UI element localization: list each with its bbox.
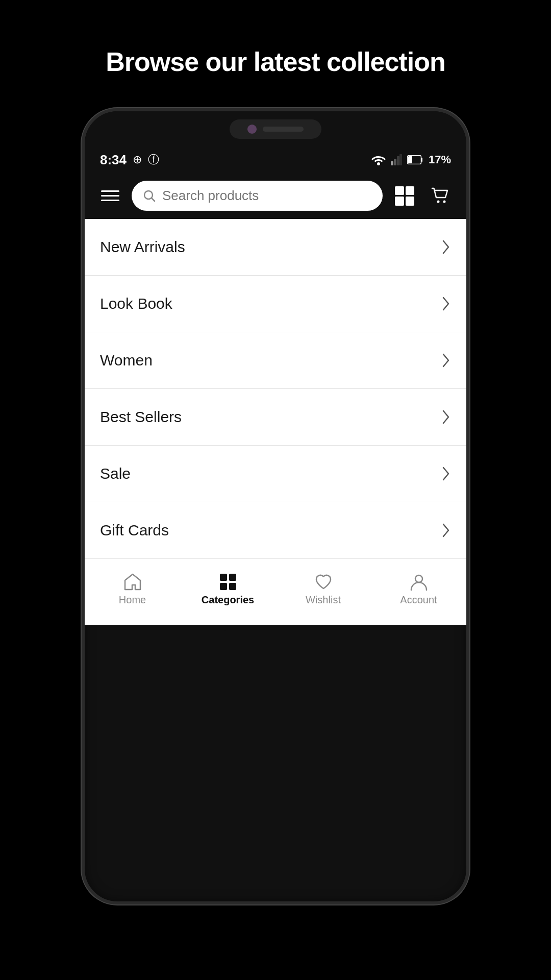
- wifi-icon: [371, 154, 386, 165]
- svg-rect-9: [220, 574, 227, 581]
- svg-rect-2: [397, 156, 399, 165]
- category-label-4: Best Sellers: [100, 408, 182, 426]
- content-area: New Arrivals Look Book Women Best Sell: [85, 219, 466, 558]
- app-header: [85, 173, 466, 219]
- phone-frame: 8:34 ⊕ ⓕ: [82, 108, 469, 904]
- wishlist-icon: [314, 573, 333, 591]
- svg-rect-0: [391, 161, 393, 165]
- category-item-4[interactable]: Best Sellers: [85, 389, 466, 446]
- phone-top-bar: [85, 111, 466, 147]
- nav-label-wishlist: Wishlist: [306, 594, 341, 606]
- search-bar[interactable]: [132, 181, 383, 211]
- category-label-6: Gift Cards: [100, 522, 169, 539]
- cart-button[interactable]: [427, 182, 454, 210]
- category-item-6[interactable]: Gift Cards: [85, 502, 466, 558]
- chevron-right-icon-5: [441, 465, 451, 482]
- menu-button[interactable]: [97, 186, 123, 205]
- bottom-nav: Home Categories Wishlist: [85, 558, 466, 625]
- category-label-3: Women: [100, 352, 153, 369]
- category-item-5[interactable]: Sale: [85, 446, 466, 502]
- svg-rect-12: [229, 583, 236, 590]
- category-label-5: Sale: [100, 465, 131, 482]
- category-item-3[interactable]: Women: [85, 332, 466, 389]
- category-list: New Arrivals Look Book Women Best Sell: [85, 219, 466, 558]
- app-icon-2: ⓕ: [148, 152, 159, 167]
- search-input[interactable]: [162, 188, 371, 204]
- category-item-2[interactable]: Look Book: [85, 276, 466, 332]
- page-title: Browse our latest collection: [106, 46, 445, 78]
- category-item-1[interactable]: New Arrivals: [85, 219, 466, 276]
- battery-percentage: 17%: [429, 153, 451, 166]
- home-icon: [123, 573, 142, 591]
- chevron-right-icon-4: [441, 409, 451, 425]
- chevron-right-icon-2: [441, 296, 451, 312]
- home-indicator: [224, 628, 327, 631]
- nav-item-wishlist[interactable]: Wishlist: [276, 573, 371, 606]
- nav-item-home[interactable]: Home: [85, 573, 180, 606]
- chevron-right-icon-3: [441, 352, 451, 369]
- categories-icon: [219, 573, 237, 591]
- search-icon: [143, 189, 156, 203]
- signal-icon: [391, 154, 402, 165]
- svg-rect-3: [399, 154, 402, 165]
- category-label-2: Look Book: [100, 295, 172, 312]
- chevron-right-icon-6: [441, 522, 451, 538]
- svg-point-13: [415, 575, 422, 582]
- nav-label-account: Account: [400, 594, 437, 606]
- chevron-right-icon-1: [441, 239, 451, 255]
- nav-item-account[interactable]: Account: [371, 573, 466, 606]
- svg-point-7: [437, 200, 440, 203]
- battery-icon: [407, 155, 423, 164]
- qr-scan-button[interactable]: [391, 182, 418, 210]
- account-icon: [410, 573, 428, 591]
- app-icon-1: ⊕: [133, 153, 142, 166]
- svg-rect-10: [229, 574, 236, 581]
- status-bar: 8:34 ⊕ ⓕ: [85, 147, 466, 173]
- category-label-1: New Arrivals: [100, 238, 185, 256]
- nav-label-home: Home: [119, 594, 146, 606]
- status-time: 8:34: [100, 152, 127, 168]
- svg-rect-1: [394, 159, 396, 165]
- nav-label-categories: Categories: [202, 594, 254, 606]
- svg-rect-5: [408, 156, 412, 163]
- nav-item-categories[interactable]: Categories: [180, 573, 276, 606]
- svg-point-8: [443, 200, 446, 203]
- svg-rect-11: [220, 583, 227, 590]
